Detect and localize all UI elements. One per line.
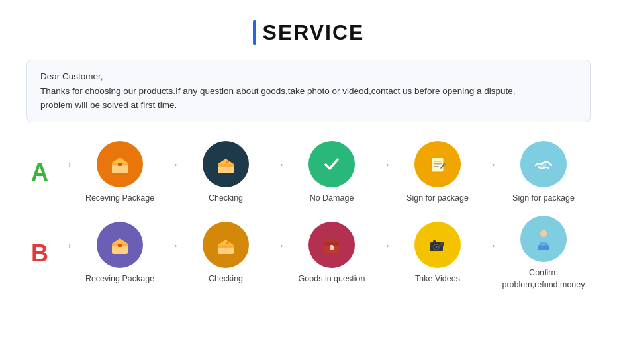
step-a2: Checking [183, 141, 269, 205]
step-a4: Sign for package [395, 141, 481, 205]
notice-line3: problem will be solved at first time. [40, 98, 577, 113]
step-b2: Checking [183, 222, 269, 285]
flow-row-a: A → Receving Package → [26, 141, 591, 205]
row-label-a: A [26, 159, 53, 187]
svg-rect-6 [218, 164, 234, 167]
step-b2-label: Checking [209, 273, 243, 285]
notice-box: Dear Customer, Thanks for choosing our p… [26, 60, 591, 122]
arrow-icon: → [166, 156, 180, 189]
svg-rect-8 [223, 167, 228, 171]
svg-point-36 [436, 246, 438, 248]
svg-marker-3 [112, 158, 128, 163]
svg-rect-25 [218, 245, 234, 248]
step-b3: ? Goods in question [289, 222, 375, 285]
step-a5-label: Sign for package [512, 193, 575, 205]
svg-point-9 [320, 152, 344, 176]
svg-rect-12 [434, 161, 442, 162]
arrow-icon: → [166, 237, 180, 270]
step-a2-label: Checking [209, 193, 243, 205]
step-b4: Take Videos [395, 222, 481, 285]
step-a4-label: Sign for package [406, 193, 469, 205]
arrow-icon: → [377, 156, 392, 189]
title-text: SERVICE [263, 21, 365, 45]
svg-rect-42 [540, 242, 547, 246]
step-b5-icon [520, 216, 567, 262]
svg-rect-13 [434, 163, 442, 165]
flow-row-b: B → Receving Package → [26, 216, 591, 291]
svg-marker-22 [112, 238, 128, 244]
arrow-icon: → [271, 237, 286, 270]
svg-rect-10 [432, 158, 444, 172]
title-accent-bar [253, 20, 256, 45]
svg-rect-4 [118, 163, 122, 166]
svg-rect-23 [118, 244, 122, 247]
svg-marker-38 [440, 242, 444, 246]
arrow-icon: → [271, 156, 286, 189]
arrow-icon: → [60, 237, 74, 270]
step-b2-icon [203, 222, 249, 268]
step-a3-label: No Damage [310, 193, 354, 205]
flow-section-a: A → Receving Package → [26, 141, 591, 205]
step-a3: No Damage [289, 141, 375, 205]
step-a5-icon [520, 141, 567, 187]
svg-text:?: ? [330, 244, 334, 251]
arrow-icon: → [483, 156, 498, 189]
flow-section-b: B → Receving Package → [26, 216, 591, 291]
step-b5-label: Confirm problem,refund money [500, 267, 587, 291]
notice-line1: Dear Customer, [40, 69, 577, 84]
svg-marker-30 [324, 237, 339, 242]
svg-point-16 [443, 163, 446, 165]
step-a1-icon [97, 141, 143, 187]
step-a5: Sign for package [500, 141, 587, 205]
arrow-icon: → [60, 156, 74, 189]
step-b1: Receving Package [77, 222, 163, 285]
step-a3-icon [308, 141, 355, 187]
step-b5: Confirm problem,refund money [500, 216, 587, 291]
step-a1: Receving Package [77, 141, 163, 205]
page-title: SERVICE [253, 20, 365, 45]
svg-rect-27 [223, 248, 228, 251]
step-b4-label: Take Videos [415, 273, 460, 285]
svg-rect-39 [433, 240, 436, 242]
arrow-icon: → [483, 237, 498, 270]
step-a4-icon [414, 141, 461, 187]
row-label-b: B [26, 240, 53, 267]
step-b1-icon [97, 222, 143, 268]
step-a2-icon [203, 141, 249, 187]
step-b3-icon: ? [308, 222, 355, 268]
svg-point-41 [540, 230, 547, 237]
step-b3-label: Goods in question [299, 273, 365, 285]
step-a1-label: Receving Package [85, 193, 154, 205]
svg-rect-14 [434, 166, 439, 167]
arrow-icon: → [377, 237, 392, 270]
step-b4-icon [414, 222, 461, 268]
svg-point-18 [540, 163, 547, 167]
step-b1-label: Receving Package [85, 273, 154, 285]
notice-line2: Thanks for choosing our products.If any … [40, 84, 577, 99]
